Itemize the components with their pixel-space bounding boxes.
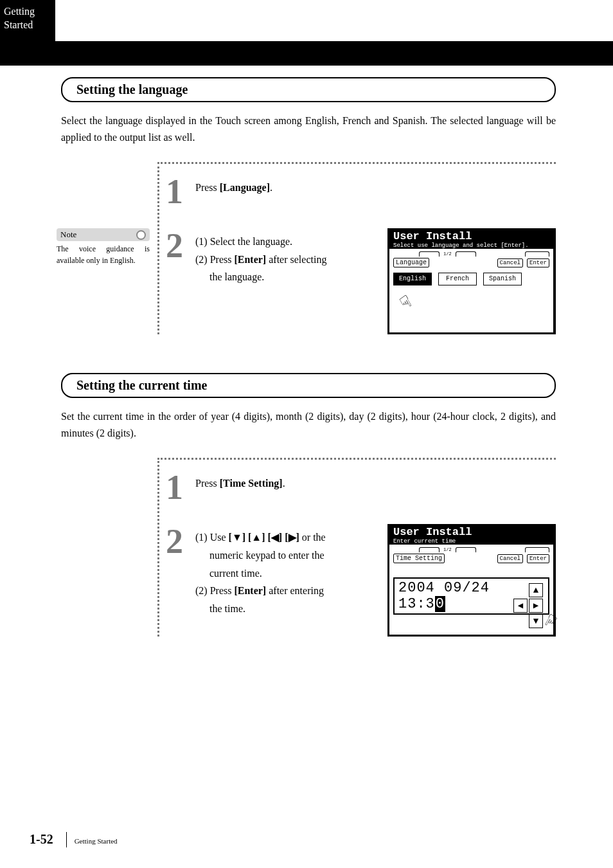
page-footer: 1-52 Getting Started [30,832,118,847]
chapter-tab-line1: Getting [4,6,35,17]
note-icon [136,230,146,240]
section-desc-language: Select the language displayed in the Tou… [61,113,556,145]
cancel-button[interactable]: Cancel [497,258,523,267]
step-number-2: 2 [159,228,195,334]
screen-subtitle: Select use language and select [Enter]. [393,242,549,249]
footer-label: Getting Started [75,837,118,845]
header-band [0,41,613,66]
time-screen-title: User Install [393,526,549,538]
arrow-down-button[interactable]: ▼ [529,614,543,628]
note-box: Note The voice guidance is available onl… [57,228,150,266]
note-label: Note [60,230,136,240]
time-step2-text: (1) Use [▼] [▲] [◀] [▶] or the numeric k… [195,524,387,637]
footer-divider [66,832,67,847]
screen-title: User Install [393,230,549,242]
note-body: The voice guidance is available only in … [57,244,150,266]
time-step-number-2: 2 [159,524,195,637]
time-step-number-1: 1 [159,470,195,505]
step1-text: Press [Language]. [195,174,556,209]
section-desc-time: Set the current time in the order of yea… [61,408,556,441]
language-screen: User Install Select use language and sel… [387,228,556,334]
section-header-time: Setting the current time [61,373,556,398]
time-step1-text: Press [Time Setting]. [195,470,556,505]
time-screen: User Install Enter current time 1/2 Time… [387,524,556,637]
time-screen-subtitle: Enter current time [393,538,549,545]
field-label-language: Language [393,258,429,267]
page-number: 1-52 [30,832,53,847]
arrow-up-button[interactable]: ▲ [529,583,543,597]
lang-option-spanish[interactable]: Spanish [483,273,522,285]
lang-option-english[interactable]: English [393,273,432,285]
chapter-tab-line2: Started [4,19,33,30]
step2-text: (1) Select the language. (2) Press [Ente… [195,228,387,334]
chapter-tab: Getting Started [0,0,55,41]
time-cancel-button[interactable]: Cancel [497,554,523,563]
time-enter-button[interactable]: Enter [527,554,549,563]
arrow-right-button[interactable]: ▶ [529,599,543,613]
field-label-time: Time Setting [393,554,445,563]
section-header-language: Setting the language [61,77,556,102]
hand-icon: ☟ [396,291,416,314]
lang-option-french[interactable]: French [438,273,477,285]
arrow-left-button[interactable]: ◀ [513,599,528,613]
enter-button[interactable]: Enter [527,258,549,267]
step-number-1: 1 [159,174,195,209]
